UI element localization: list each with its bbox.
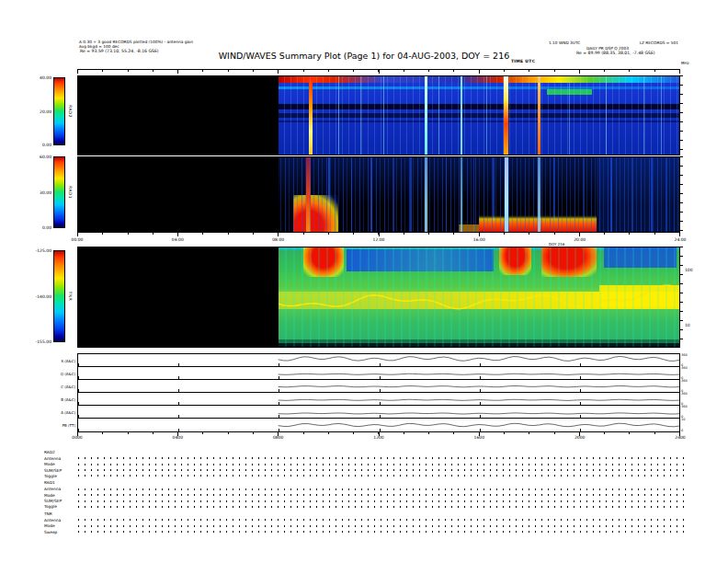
status-dots xyxy=(78,506,688,508)
radio-burst-line xyxy=(606,76,607,155)
legend-row: Toggle xyxy=(44,504,688,510)
time-tick-label: 00:00 xyxy=(72,237,84,242)
radio-burst-line xyxy=(383,76,384,155)
status-dots xyxy=(78,469,688,471)
emission-feature xyxy=(347,249,495,271)
colorbar-tick: 30.00 xyxy=(40,190,51,195)
radio-burst-line xyxy=(461,76,462,155)
time-tick-label: 20:00 xyxy=(574,237,586,242)
status-dots xyxy=(78,494,688,496)
status-row-label: Q (A&C) xyxy=(61,371,75,375)
spectrogram-rad2 xyxy=(77,75,680,155)
annotation-lz-records: LZ RECORDS = 501 xyxy=(640,40,678,45)
radio-burst-line xyxy=(538,76,540,155)
colorbar-rad1: 60.00 30.00 0.00 RAD1 xyxy=(53,156,65,228)
colorbar-tick: 40.00 xyxy=(40,75,51,80)
status-row-label: PB (TT) xyxy=(63,423,75,428)
legend-row-label: SUM/SEP xyxy=(44,499,78,503)
legend-row-label: Antenna xyxy=(44,518,78,523)
status-panel-row: C (A&C)3600 xyxy=(78,380,679,393)
legend-row-label: Antenna xyxy=(44,456,78,461)
emission-feature xyxy=(547,89,592,95)
radio-burst-line xyxy=(360,76,361,155)
panel-name-rad1: RAD1 xyxy=(68,186,73,199)
status-dots xyxy=(78,525,688,527)
legend-row-label: Sweep xyxy=(44,530,78,534)
radio-burst-line xyxy=(438,76,439,155)
colorbar-tnr: -125.00 -140.00 -155.00 TNR xyxy=(53,250,65,342)
emission-feature xyxy=(599,285,679,307)
radio-burst-line xyxy=(461,157,462,232)
status-row-scale-max: 360 xyxy=(681,405,688,408)
legend-row-label: Toggle xyxy=(44,474,78,478)
bottom-time-axis-labels: 0000040008001200160020002400 xyxy=(77,435,680,441)
time-tick-label: 16:00 xyxy=(473,237,485,242)
legend-row-label: SUM/SEP xyxy=(44,468,78,473)
radio-burst-line xyxy=(504,76,508,155)
data-gap-region xyxy=(78,247,279,347)
status-panel-row: B (A&C)3600 xyxy=(78,393,679,406)
colorbar-tick: 0.00 xyxy=(42,225,51,230)
tnr-freq-tick-100: 100 xyxy=(685,268,693,272)
colorbar-tick: 20.00 xyxy=(40,109,51,114)
annotation-version: 1.10 WND 3UTC xyxy=(549,40,580,45)
colorbar-tick: -140.00 xyxy=(36,294,51,299)
radio-burst-line xyxy=(666,157,667,232)
status-dots xyxy=(78,500,688,502)
top-time-axis xyxy=(77,69,680,75)
time-tick-label: 0000 xyxy=(72,435,82,440)
emission-feature xyxy=(293,195,338,233)
time-tick-label: 0800 xyxy=(273,435,283,440)
status-row-label: C (A&C) xyxy=(61,384,75,388)
radio-burst-line xyxy=(338,76,339,155)
legend-row: Toggle xyxy=(44,473,688,478)
status-row-scale-max: 10 xyxy=(681,418,685,421)
status-panel-row: PB (TT)100 xyxy=(78,419,679,431)
data-gap-region xyxy=(78,157,279,232)
colorbar-gradient xyxy=(53,250,65,342)
radio-burst-line xyxy=(661,76,662,155)
radio-burst-line xyxy=(393,157,394,232)
time-tick-label: 04:00 xyxy=(172,237,184,242)
radio-burst-line xyxy=(309,76,313,155)
time-tick-label: 24:00 xyxy=(675,237,687,242)
radio-burst-line xyxy=(584,157,585,232)
legend-row-label: Mode xyxy=(44,493,78,498)
emission-feature xyxy=(279,292,679,309)
radio-burst-line xyxy=(631,157,632,232)
status-row-scale-min: 0 xyxy=(681,429,683,432)
wind-waves-summary-plot: WIND/WAVES Summary Plot (Page 1) for 04-… xyxy=(0,0,728,563)
emission-feature xyxy=(279,104,679,109)
radio-burst-line xyxy=(328,157,330,232)
radio-burst-line xyxy=(370,157,372,232)
radio-burst-line xyxy=(553,157,555,232)
emission-feature xyxy=(279,339,679,347)
emission-feature xyxy=(279,247,679,250)
status-panel-row: Q (A&C)3600 xyxy=(78,367,679,380)
radio-burst-line xyxy=(569,76,570,155)
emission-feature xyxy=(459,224,482,232)
status-panel-row: S (A&C)3600 xyxy=(78,354,679,367)
colorbar-tick: 60.00 xyxy=(40,155,51,159)
emission-feature xyxy=(279,76,679,83)
mid-time-axis-labels: 00:0004:0008:0012:0016:0020:0024:00 xyxy=(77,237,680,243)
radio-burst-line xyxy=(643,76,644,155)
status-row-label: S (A&C) xyxy=(61,358,75,362)
spectrogram-tnr xyxy=(77,247,680,348)
rad1-right-ticks xyxy=(680,156,683,233)
radio-burst-line xyxy=(351,157,352,232)
instrument-status-legend: RAD2AntennaModeSUM/SEPToggleRAD1AntennaM… xyxy=(44,448,688,534)
status-trace xyxy=(78,406,679,418)
radio-burst-line xyxy=(651,157,653,232)
emission-feature xyxy=(499,247,531,275)
emission-feature xyxy=(597,157,679,232)
status-trace xyxy=(78,419,679,431)
tnr-freq-tick-10: 10 xyxy=(685,323,690,327)
radio-burst-line xyxy=(306,157,311,232)
legend-row-label: Mode xyxy=(44,523,78,528)
radio-burst-line xyxy=(410,157,412,232)
time-tick-label: 1600 xyxy=(474,435,484,440)
status-row-label: A (A&C) xyxy=(61,409,75,414)
legend-row-label: Toggle xyxy=(44,504,78,509)
colorbar-gradient xyxy=(53,77,65,145)
